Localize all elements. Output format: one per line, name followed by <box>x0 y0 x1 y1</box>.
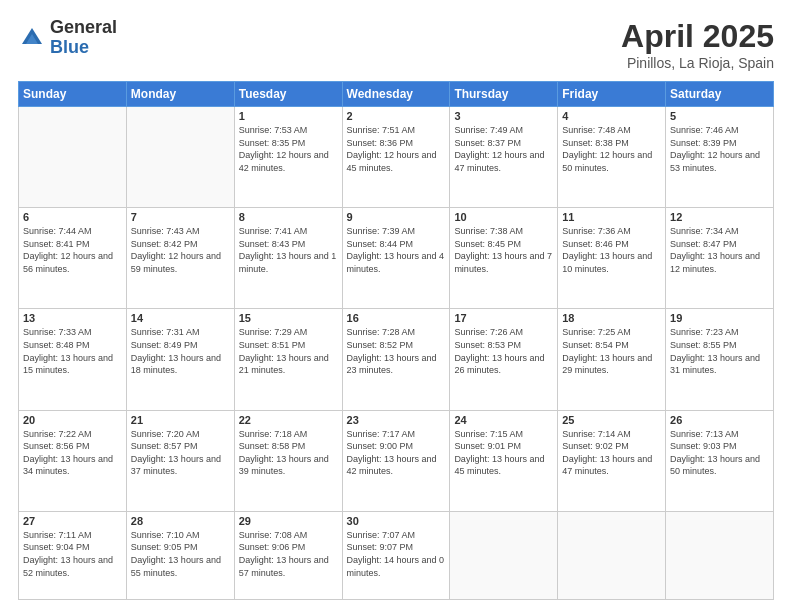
day-info: Sunrise: 7:07 AMSunset: 9:07 PMDaylight:… <box>347 529 446 579</box>
day-number: 1 <box>239 110 338 122</box>
calendar-cell: 18Sunrise: 7:25 AMSunset: 8:54 PMDayligh… <box>558 309 666 410</box>
header-saturday: Saturday <box>666 82 774 107</box>
day-info: Sunrise: 7:10 AMSunset: 9:05 PMDaylight:… <box>131 529 230 579</box>
title-block: April 2025 Pinillos, La Rioja, Spain <box>621 18 774 71</box>
calendar-cell: 3Sunrise: 7:49 AMSunset: 8:37 PMDaylight… <box>450 107 558 208</box>
calendar-cell: 5Sunrise: 7:46 AMSunset: 8:39 PMDaylight… <box>666 107 774 208</box>
logo-general: General <box>50 18 117 38</box>
logo-icon <box>18 24 46 52</box>
calendar-cell: 24Sunrise: 7:15 AMSunset: 9:01 PMDayligh… <box>450 410 558 511</box>
calendar-title: April 2025 <box>621 18 774 55</box>
day-info: Sunrise: 7:46 AMSunset: 8:39 PMDaylight:… <box>670 124 769 174</box>
calendar-cell <box>19 107 127 208</box>
day-number: 13 <box>23 312 122 324</box>
calendar-cell: 21Sunrise: 7:20 AMSunset: 8:57 PMDayligh… <box>126 410 234 511</box>
day-info: Sunrise: 7:44 AMSunset: 8:41 PMDaylight:… <box>23 225 122 275</box>
day-info: Sunrise: 7:28 AMSunset: 8:52 PMDaylight:… <box>347 326 446 376</box>
calendar-cell <box>558 511 666 599</box>
day-number: 5 <box>670 110 769 122</box>
calendar-cell: 10Sunrise: 7:38 AMSunset: 8:45 PMDayligh… <box>450 208 558 309</box>
day-info: Sunrise: 7:25 AMSunset: 8:54 PMDaylight:… <box>562 326 661 376</box>
calendar-cell: 13Sunrise: 7:33 AMSunset: 8:48 PMDayligh… <box>19 309 127 410</box>
header-friday: Friday <box>558 82 666 107</box>
calendar-cell: 25Sunrise: 7:14 AMSunset: 9:02 PMDayligh… <box>558 410 666 511</box>
day-number: 15 <box>239 312 338 324</box>
day-number: 9 <box>347 211 446 223</box>
page: General Blue April 2025 Pinillos, La Rio… <box>0 0 792 612</box>
calendar-cell: 4Sunrise: 7:48 AMSunset: 8:38 PMDaylight… <box>558 107 666 208</box>
day-number: 7 <box>131 211 230 223</box>
header-tuesday: Tuesday <box>234 82 342 107</box>
day-number: 20 <box>23 414 122 426</box>
day-info: Sunrise: 7:22 AMSunset: 8:56 PMDaylight:… <box>23 428 122 478</box>
header-monday: Monday <box>126 82 234 107</box>
day-info: Sunrise: 7:20 AMSunset: 8:57 PMDaylight:… <box>131 428 230 478</box>
calendar-cell: 19Sunrise: 7:23 AMSunset: 8:55 PMDayligh… <box>666 309 774 410</box>
day-number: 4 <box>562 110 661 122</box>
day-number: 8 <box>239 211 338 223</box>
calendar-cell: 23Sunrise: 7:17 AMSunset: 9:00 PMDayligh… <box>342 410 450 511</box>
calendar-cell <box>126 107 234 208</box>
day-number: 19 <box>670 312 769 324</box>
day-info: Sunrise: 7:41 AMSunset: 8:43 PMDaylight:… <box>239 225 338 275</box>
day-number: 24 <box>454 414 553 426</box>
calendar-cell: 7Sunrise: 7:43 AMSunset: 8:42 PMDaylight… <box>126 208 234 309</box>
day-number: 25 <box>562 414 661 426</box>
calendar-cell <box>450 511 558 599</box>
day-number: 23 <box>347 414 446 426</box>
day-number: 21 <box>131 414 230 426</box>
day-info: Sunrise: 7:14 AMSunset: 9:02 PMDaylight:… <box>562 428 661 478</box>
calendar-cell: 12Sunrise: 7:34 AMSunset: 8:47 PMDayligh… <box>666 208 774 309</box>
day-number: 26 <box>670 414 769 426</box>
day-info: Sunrise: 7:29 AMSunset: 8:51 PMDaylight:… <box>239 326 338 376</box>
calendar-cell: 20Sunrise: 7:22 AMSunset: 8:56 PMDayligh… <box>19 410 127 511</box>
day-number: 2 <box>347 110 446 122</box>
day-number: 27 <box>23 515 122 527</box>
header-wednesday: Wednesday <box>342 82 450 107</box>
logo-blue-text: Blue <box>50 38 117 58</box>
calendar-cell: 14Sunrise: 7:31 AMSunset: 8:49 PMDayligh… <box>126 309 234 410</box>
header: General Blue April 2025 Pinillos, La Rio… <box>18 18 774 71</box>
calendar-table: Sunday Monday Tuesday Wednesday Thursday… <box>18 81 774 600</box>
day-info: Sunrise: 7:43 AMSunset: 8:42 PMDaylight:… <box>131 225 230 275</box>
calendar-cell: 30Sunrise: 7:07 AMSunset: 9:07 PMDayligh… <box>342 511 450 599</box>
day-info: Sunrise: 7:49 AMSunset: 8:37 PMDaylight:… <box>454 124 553 174</box>
header-sunday: Sunday <box>19 82 127 107</box>
day-info: Sunrise: 7:17 AMSunset: 9:00 PMDaylight:… <box>347 428 446 478</box>
calendar-cell: 29Sunrise: 7:08 AMSunset: 9:06 PMDayligh… <box>234 511 342 599</box>
day-info: Sunrise: 7:31 AMSunset: 8:49 PMDaylight:… <box>131 326 230 376</box>
logo-text: General Blue <box>50 18 117 58</box>
day-info: Sunrise: 7:13 AMSunset: 9:03 PMDaylight:… <box>670 428 769 478</box>
calendar-cell: 22Sunrise: 7:18 AMSunset: 8:58 PMDayligh… <box>234 410 342 511</box>
day-info: Sunrise: 7:23 AMSunset: 8:55 PMDaylight:… <box>670 326 769 376</box>
day-number: 6 <box>23 211 122 223</box>
day-number: 30 <box>347 515 446 527</box>
calendar-cell: 17Sunrise: 7:26 AMSunset: 8:53 PMDayligh… <box>450 309 558 410</box>
day-number: 3 <box>454 110 553 122</box>
day-number: 12 <box>670 211 769 223</box>
day-info: Sunrise: 7:39 AMSunset: 8:44 PMDaylight:… <box>347 225 446 275</box>
day-info: Sunrise: 7:26 AMSunset: 8:53 PMDaylight:… <box>454 326 553 376</box>
calendar-cell: 9Sunrise: 7:39 AMSunset: 8:44 PMDaylight… <box>342 208 450 309</box>
day-info: Sunrise: 7:48 AMSunset: 8:38 PMDaylight:… <box>562 124 661 174</box>
day-number: 18 <box>562 312 661 324</box>
day-number: 29 <box>239 515 338 527</box>
calendar-cell: 11Sunrise: 7:36 AMSunset: 8:46 PMDayligh… <box>558 208 666 309</box>
day-info: Sunrise: 7:11 AMSunset: 9:04 PMDaylight:… <box>23 529 122 579</box>
header-thursday: Thursday <box>450 82 558 107</box>
day-number: 16 <box>347 312 446 324</box>
day-info: Sunrise: 7:36 AMSunset: 8:46 PMDaylight:… <box>562 225 661 275</box>
calendar-location: Pinillos, La Rioja, Spain <box>621 55 774 71</box>
day-info: Sunrise: 7:18 AMSunset: 8:58 PMDaylight:… <box>239 428 338 478</box>
calendar-cell: 6Sunrise: 7:44 AMSunset: 8:41 PMDaylight… <box>19 208 127 309</box>
calendar-cell: 26Sunrise: 7:13 AMSunset: 9:03 PMDayligh… <box>666 410 774 511</box>
day-number: 14 <box>131 312 230 324</box>
calendar-cell: 27Sunrise: 7:11 AMSunset: 9:04 PMDayligh… <box>19 511 127 599</box>
calendar-cell: 8Sunrise: 7:41 AMSunset: 8:43 PMDaylight… <box>234 208 342 309</box>
day-info: Sunrise: 7:34 AMSunset: 8:47 PMDaylight:… <box>670 225 769 275</box>
day-info: Sunrise: 7:53 AMSunset: 8:35 PMDaylight:… <box>239 124 338 174</box>
day-info: Sunrise: 7:08 AMSunset: 9:06 PMDaylight:… <box>239 529 338 579</box>
day-number: 17 <box>454 312 553 324</box>
day-info: Sunrise: 7:51 AMSunset: 8:36 PMDaylight:… <box>347 124 446 174</box>
day-number: 22 <box>239 414 338 426</box>
